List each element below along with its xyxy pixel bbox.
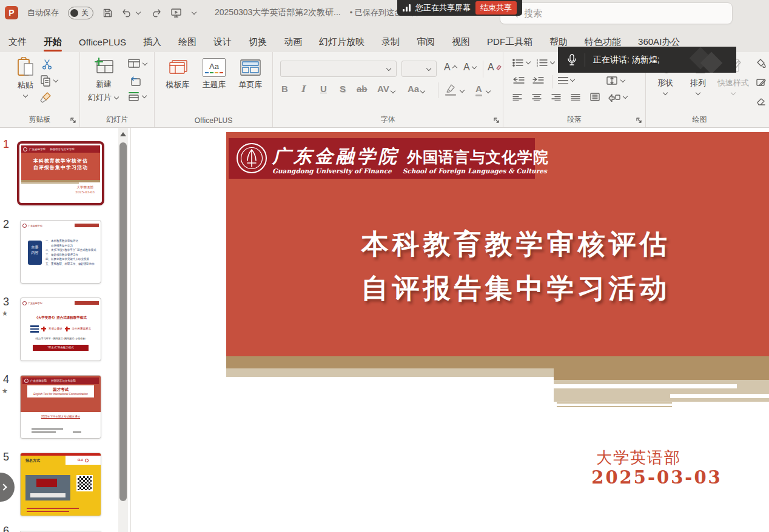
slide-title-textbox[interactable]: 本科教育教学审核评估 自评报告集中学习活动 (351, 222, 681, 310)
menu-item-insert[interactable]: 插入 (143, 34, 162, 50)
autosave-toggle[interactable]: 关 (68, 7, 93, 19)
paste-dropdown-icon[interactable] (23, 93, 28, 98)
paragraph-dialog-launcher-icon[interactable] (636, 117, 642, 124)
decrease-indent-button[interactable] (512, 76, 525, 85)
menu-item-transitions[interactable]: 切换 (248, 34, 267, 50)
strikethrough-button[interactable]: ab (357, 84, 368, 94)
menu-item-file[interactable]: 文件 (8, 34, 27, 50)
line-spacing-dropdown-icon[interactable] (570, 77, 575, 82)
underline-button[interactable]: U (320, 84, 327, 94)
bold-button[interactable]: B (281, 84, 288, 94)
page-library-button[interactable]: 单页库 (233, 58, 267, 90)
slide-thumbnail-3[interactable]: 广东金融学院 《大学英语4》混合式课程教学模式 直播点拨讲 学生的课堂展示 （线… (20, 298, 101, 361)
menu-item-view[interactable]: 视图 (451, 34, 471, 50)
font-name-select[interactable] (280, 61, 397, 77)
increase-indent-button[interactable] (531, 76, 545, 85)
text-direction-dropdown-icon[interactable] (620, 78, 625, 82)
section-button[interactable] (127, 91, 147, 102)
font-dialog-launcher-icon[interactable] (493, 117, 500, 124)
highlight-color-button[interactable] (445, 84, 465, 93)
collapse-panel-button[interactable] (0, 473, 15, 502)
menu-item-officeplus[interactable]: OfficePLUS (78, 35, 127, 50)
section-dropdown-icon[interactable] (142, 93, 147, 98)
character-spacing-button[interactable]: AV (377, 84, 396, 94)
reset-icon (129, 75, 141, 87)
redo-icon[interactable] (150, 8, 161, 18)
slide-thumbnail-1[interactable]: 广东金融学院 外国语言与文化学院 本科教育教学审核评估自评报告集中学习活动 大学… (17, 141, 104, 205)
font-size-select[interactable] (401, 61, 437, 77)
numbering-dropdown-icon[interactable] (550, 59, 555, 64)
menu-item-home[interactable]: 开始 (43, 34, 62, 50)
layout-dropdown-icon[interactable] (143, 60, 147, 65)
format-painter-button[interactable] (39, 91, 53, 104)
undo-dropdown-icon[interactable] (136, 10, 141, 15)
arrange-dropdown-icon[interactable] (696, 90, 700, 95)
scrollbar-thumb[interactable] (119, 142, 127, 501)
menu-item-slideshow[interactable]: 幻灯片放映 (318, 34, 365, 50)
menu-item-animations[interactable]: 动画 (283, 34, 303, 50)
text-direction-button[interactable] (605, 75, 626, 86)
menu-item-pdf-toolbox[interactable]: PDF工具箱 (486, 34, 533, 50)
stop-share-button[interactable]: 结束共享 (475, 1, 517, 15)
line-spacing-icon (558, 76, 568, 84)
reset-slide-button[interactable] (129, 75, 141, 87)
slide-thumbnail-5[interactable]: 报名方式 CLA (20, 453, 101, 516)
change-case-button[interactable]: Aa (408, 84, 426, 94)
shapes-dropdown-icon[interactable] (663, 90, 668, 95)
bullets-dropdown-icon[interactable] (526, 59, 531, 64)
slide-thumbnail-2[interactable]: 广东金融学院 主要内容 一、本科教育教学审核评估 自评报告集中学习 二、依托“智… (20, 220, 101, 284)
menu-item-review[interactable]: 审阅 (416, 34, 435, 50)
decrease-font-button[interactable]: A (463, 62, 477, 73)
search-input[interactable]: 搜索 (500, 2, 733, 24)
clipboard-dialog-launcher-icon[interactable] (70, 117, 76, 124)
italic-button[interactable]: I (301, 84, 305, 95)
slide-number-5: 5 (3, 451, 9, 464)
template-library-button[interactable]: 模板库 (161, 58, 195, 90)
scroll-up-icon[interactable] (120, 132, 126, 136)
new-slide-button[interactable]: 新建 幻灯片 (85, 57, 123, 103)
distribute-text-button[interactable] (589, 92, 600, 102)
shape-outline-button[interactable] (756, 78, 766, 87)
copy-dropdown-icon[interactable] (53, 78, 58, 82)
text-shadow-button[interactable]: S (340, 84, 346, 94)
line-spacing-button[interactable] (558, 76, 576, 84)
new-slide-dropdown-icon[interactable] (114, 95, 119, 99)
align-center-button[interactable] (531, 93, 542, 101)
shape-fill-button[interactable] (756, 58, 766, 68)
slide-header-band[interactable]: 广东金融学院 外国语言与文化学院 Guangdong University of… (229, 138, 535, 179)
eraser-button[interactable] (756, 97, 766, 106)
align-right-button[interactable] (551, 93, 562, 101)
slide-thumbnail-4[interactable]: 广东金融学院 外国语言与文化学院 国才考试 English Test for I… (20, 375, 101, 439)
slide-1-editor[interactable]: 广东金融学院 外国语言与文化学院 Guangdong University of… (226, 132, 769, 532)
thumbnail-scrollbar[interactable] (118, 128, 128, 532)
menu-item-record[interactable]: 录制 (381, 34, 400, 50)
thumb4-notice: 2022年下半年国才考试报名通知 (21, 415, 101, 418)
paste-button[interactable]: 粘贴 (10, 57, 41, 98)
theme-library-button[interactable]: Aa 主题库 (197, 58, 231, 90)
undo-button[interactable] (122, 8, 141, 18)
menu-item-design[interactable]: 设计 (213, 34, 232, 50)
numbering-button[interactable] (536, 58, 556, 67)
clear-format-button[interactable]: A (488, 62, 502, 73)
slide-footer-department[interactable]: 大学英语部 (566, 447, 711, 468)
font-color-button[interactable]: A (475, 84, 491, 94)
copy-button[interactable] (39, 74, 59, 87)
slide-layout-button[interactable] (127, 58, 148, 68)
save-icon[interactable] (102, 8, 113, 18)
smartart-convert-button[interactable] (608, 92, 628, 102)
slide-footer-date[interactable]: 2025-03-03 (581, 467, 733, 488)
font-name-dropdown-icon[interactable] (386, 65, 391, 70)
justify-button[interactable] (570, 93, 581, 101)
slide-title-line2: 自评报告集中学习活动 (351, 266, 681, 310)
slideshow-icon[interactable] (170, 8, 182, 18)
smartart-dropdown-icon[interactable] (623, 94, 628, 99)
menu-item-draw[interactable]: 绘图 (178, 34, 197, 50)
page-library-icon (239, 58, 262, 77)
quick-access-more-icon[interactable] (192, 10, 196, 15)
bullets-button[interactable] (512, 58, 531, 67)
cut-button[interactable] (41, 58, 53, 70)
font-color-dropdown-icon (486, 88, 491, 93)
increase-font-button[interactable]: A (444, 62, 458, 73)
align-left-button[interactable] (512, 93, 523, 101)
font-size-dropdown-icon[interactable] (426, 65, 431, 70)
